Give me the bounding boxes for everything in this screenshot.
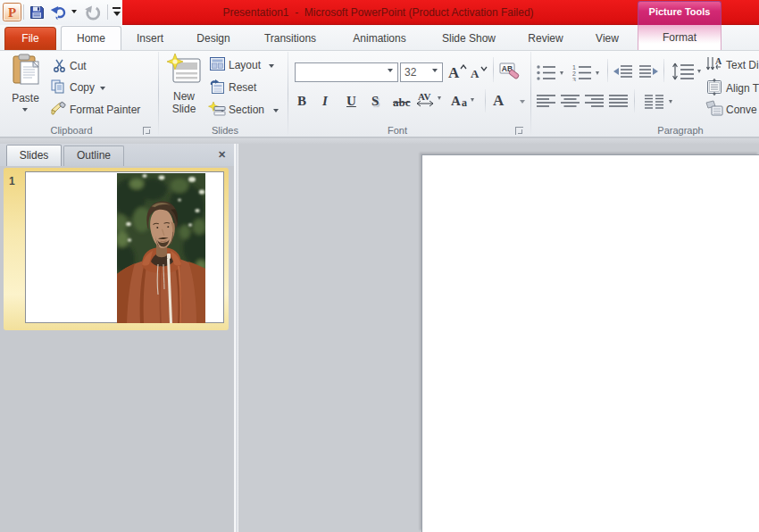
- svg-text:A: A: [715, 56, 722, 66]
- svg-text:P: P: [8, 5, 16, 20]
- svg-text:1: 1: [572, 64, 576, 71]
- svg-text:3: 3: [572, 77, 576, 81]
- svg-text:2: 2: [572, 71, 576, 77]
